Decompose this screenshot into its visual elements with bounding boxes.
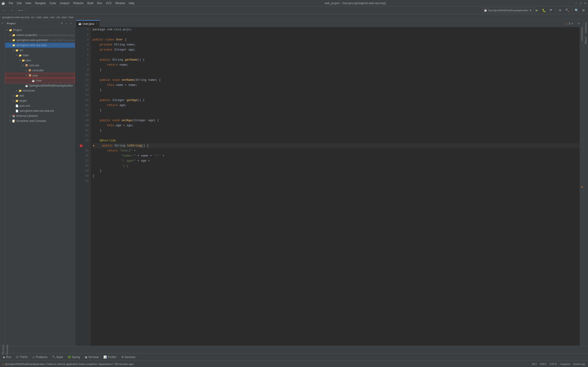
fold-gutter-line[interactable]: − xyxy=(75,118,79,123)
tree-item-springboot-web-req-resp[interactable]: ▾📁springboot-web-req-resp D:\code\IdeaPr… xyxy=(5,43,75,48)
maven-tab[interactable]: Maven xyxy=(584,35,588,46)
menu-refactor[interactable]: Refactor xyxy=(71,0,86,6)
tree-item-pom-xml[interactable]: 📄pom.xml xyxy=(5,103,75,108)
tree-item-user[interactable]: ☕User xyxy=(5,78,75,83)
build-button[interactable]: 🔨 xyxy=(564,7,570,14)
menu-code[interactable]: Code xyxy=(48,0,58,6)
editor-tab-user[interactable]: ☕ User.java × xyxy=(76,20,100,27)
editor-content: −−−−−− 123456789101112131415161718192021… xyxy=(75,27,583,346)
favorites-left-tab[interactable]: Favorites xyxy=(5,346,9,353)
tree-item-target[interactable]: ▸📁target xyxy=(5,98,75,103)
menu-window[interactable]: Window xyxy=(113,0,127,6)
forward-button[interactable]: → xyxy=(8,7,15,14)
breadcrumb-user[interactable]: User xyxy=(69,16,74,19)
database-tab[interactable]: Database xyxy=(584,20,588,35)
folder-icon: 📁 xyxy=(15,99,19,103)
menu-file[interactable]: File xyxy=(7,0,15,6)
minimize-button[interactable]: − xyxy=(574,1,578,5)
tree-item-java[interactable]: ▾📂java xyxy=(5,58,75,63)
fold-gutter-line xyxy=(75,32,79,37)
line-number: 17 xyxy=(80,108,89,113)
tree-item-scratches-and-consoles[interactable]: ▸📝Scratches and Consoles xyxy=(5,118,75,124)
debug-button[interactable]: 🐛 xyxy=(541,7,547,14)
bottom-tab-build[interactable]: 🔨Build xyxy=(50,353,65,361)
tree-item-src[interactable]: ▾📁src xyxy=(5,48,75,53)
menu-view[interactable]: View xyxy=(23,0,33,6)
tree-item-springboot-web-req-resp-iml[interactable]: 📄springboot-web-req-resp.iml xyxy=(5,108,75,113)
breadcrumb-pojo[interactable]: pojo xyxy=(62,16,67,19)
bottom-tab-terminal[interactable]: ▣Terminal xyxy=(82,353,101,361)
maximize-button[interactable]: □ xyxy=(579,1,582,5)
editor-tab-close[interactable]: × xyxy=(96,23,97,25)
tree-item-external-libraries[interactable]: ▸📚External Libraries xyxy=(5,113,75,118)
search-button[interactable]: 🔍 xyxy=(573,7,580,14)
fold-gutter-line xyxy=(75,47,79,52)
fold-gutter-line[interactable]: − xyxy=(75,37,79,42)
breadcrumb-root[interactable]: springboot-web-req-resp xyxy=(2,16,29,19)
menu-vcs[interactable]: VCS xyxy=(104,0,113,6)
breadcrumb-xixi[interactable]: xixi xyxy=(57,16,60,19)
menu-navigate[interactable]: Navigate xyxy=(33,0,48,6)
tree-item-com-xixi[interactable]: ▾📦com.xixi xyxy=(5,63,75,68)
code-line xyxy=(93,73,580,78)
charset-indicator[interactable]: UTF-8 xyxy=(548,361,558,367)
run-configuration[interactable]: ☕ SpringbootWebReqRespApplication ▼ xyxy=(482,8,533,13)
line-ending-indicator[interactable]: CRLF xyxy=(539,361,548,367)
bottom-tab-todo[interactable]: ☑TODO xyxy=(14,353,30,361)
tree-label: SpringbootWebReqRespApplication xyxy=(29,84,73,87)
back-button[interactable]: ← xyxy=(1,7,8,14)
fold-gutter-line[interactable] xyxy=(75,138,79,143)
breadcrumb-main[interactable]: main xyxy=(36,16,42,19)
tree-item-controller[interactable]: ▸📦controller xyxy=(5,68,75,73)
bottom-tab-problems[interactable]: ⚠Problems xyxy=(30,353,50,361)
folder-icon: 📁 xyxy=(9,28,12,32)
panel-settings-icon[interactable]: ⚙ xyxy=(60,21,64,25)
menu-analyze[interactable]: Analyze xyxy=(58,0,71,6)
alerts-count[interactable]: ⚠ 5 ▼ xyxy=(563,22,576,25)
structure-left-tab[interactable]: Structure xyxy=(1,346,5,353)
menu-help[interactable]: Help xyxy=(127,0,136,6)
fold-gutter-line[interactable]: − xyxy=(75,57,79,62)
menu-run[interactable]: Run xyxy=(95,0,104,6)
run-button[interactable]: ▶ xyxy=(534,7,540,14)
position-indicator[interactable]: 30:2 xyxy=(530,361,538,367)
tree-arrow: ▾ xyxy=(5,28,9,32)
fold-gutter-line[interactable]: − xyxy=(75,143,79,148)
warnings-count: 5 xyxy=(569,22,570,25)
menu-build[interactable]: Build xyxy=(86,0,95,6)
project-tab-icon[interactable]: P xyxy=(0,21,5,26)
indent-indicator[interactable]: 4 spaces xyxy=(559,361,571,367)
editor-settings-icon[interactable]: ⚙ xyxy=(576,20,582,27)
panel-close-icon[interactable]: × xyxy=(69,21,73,25)
code-line xyxy=(93,52,580,57)
breadcrumb-com[interactable]: com xyxy=(50,16,55,19)
event-log-button[interactable]: Event Log xyxy=(572,361,586,367)
editor-scrollbar[interactable] xyxy=(580,27,583,346)
tree-item-maven-project01[interactable]: ▾📁maven-project01 D:\code\IdeaProjects\w… xyxy=(5,33,75,38)
bottom-tab-profiler[interactable]: 📊Profiler xyxy=(101,353,119,361)
tree-item-resources[interactable]: ▸📁resources xyxy=(5,88,75,93)
fold-gutter-line[interactable]: − xyxy=(75,78,79,83)
tree-item-main[interactable]: ▾📁main xyxy=(5,53,75,58)
bottom-tab-spring[interactable]: 🌿Spring xyxy=(65,353,82,361)
panel-expand-icon[interactable]: ≡ xyxy=(64,21,69,25)
breadcrumb-java[interactable]: java xyxy=(43,16,48,19)
settings-button[interactable]: ⚙ xyxy=(580,7,587,14)
code-line: private Integer age; xyxy=(93,47,580,52)
coverage-button[interactable]: ☂ xyxy=(548,7,554,14)
problems-tab-icon: ⚠ xyxy=(32,356,35,359)
tree-item-project[interactable]: ▾📁Project xyxy=(5,27,75,33)
tree-item-springbootwebreqrespapplication[interactable]: ☕SpringbootWebReqRespApplication xyxy=(5,83,75,88)
code-editor[interactable]: package com.xixi.pojo;public class User … xyxy=(91,27,580,346)
fold-gutter-line xyxy=(75,52,79,57)
breadcrumb-src[interactable]: src xyxy=(31,16,35,19)
bottom-tab-services[interactable]: ⚙Services xyxy=(119,353,138,361)
close-button[interactable]: × xyxy=(583,1,587,5)
fold-gutter-line[interactable]: − xyxy=(75,98,79,103)
navigate-back-icon[interactable]: ⟵ xyxy=(18,7,24,14)
tree-item-test[interactable]: ▸📁test xyxy=(5,93,75,98)
menu-edit[interactable]: Edit xyxy=(15,0,23,6)
tree-item-pojo[interactable]: ▾📦pojo xyxy=(5,73,75,78)
vcs-update-button[interactable]: ⟳ xyxy=(557,7,563,14)
tree-item-springboot-web-quickstart[interactable]: ▸📁springboot-web-quickstart D:\code\Idea… xyxy=(5,38,75,43)
